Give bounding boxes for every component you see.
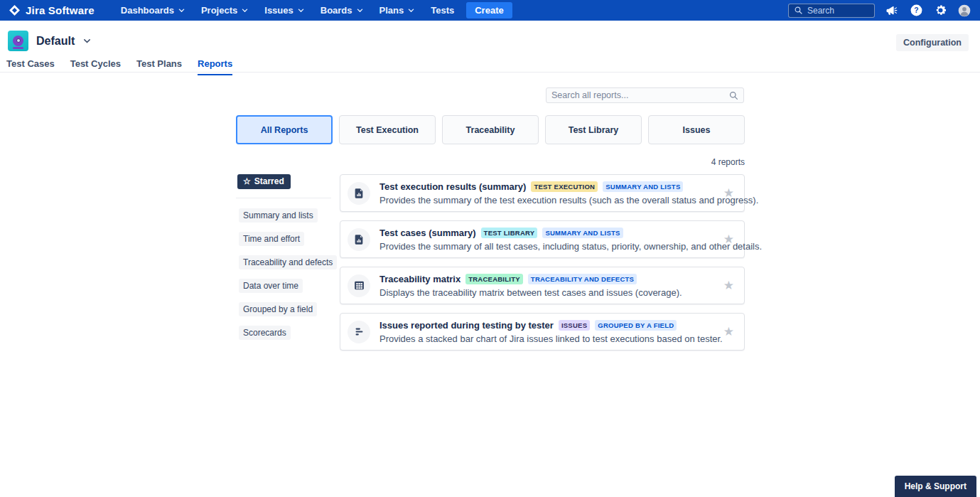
report-card-body: Issues reported during testing by tester… [379, 320, 715, 344]
nav-item-issues[interactable]: Issues [258, 2, 311, 18]
chevron-down-icon [241, 6, 249, 14]
project-tabs: Test CasesTest CyclesTest PlansReports [6, 58, 232, 75]
svg-text:?: ? [914, 6, 918, 14]
chevron-down-icon [356, 6, 364, 14]
report-badge: ISSUES [559, 320, 590, 331]
report-title: Test cases (summary) [379, 228, 476, 238]
announcements-megaphone-icon[interactable] [885, 4, 899, 18]
nav-item-label: Tests [431, 5, 454, 16]
nav-item-label: Boards [321, 5, 352, 16]
global-search-placeholder: Search [807, 6, 834, 16]
starred-label: Starred [254, 176, 284, 186]
chevron-down-icon [297, 6, 305, 14]
report-card-body: Traceability matrixTRACEABILITYTRACEABIL… [379, 274, 715, 298]
report-count: 4 reports [236, 157, 745, 167]
category-pill-traceability-and-defects[interactable]: Traceability and defects [239, 255, 337, 269]
report-badge: TRACEABILITY AND DEFECTS [528, 274, 637, 284]
filter-traceability[interactable]: Traceability [442, 115, 539, 144]
stacked-bars-icon [348, 321, 370, 343]
nav-item-label: Issues [264, 5, 293, 16]
report-card[interactable]: Traceability matrixTRACEABILITYTRACEABIL… [340, 267, 745, 304]
category-pill-list: Summary and listsTime and effortTraceabi… [236, 208, 331, 340]
filter-test-library[interactable]: Test Library [545, 115, 642, 144]
global-search-input[interactable]: Search [788, 4, 875, 18]
category-pill-time-and-effort[interactable]: Time and effort [239, 232, 304, 246]
report-search-field [546, 87, 744, 103]
tab-reports[interactable]: Reports [198, 58, 232, 75]
search-icon [795, 6, 802, 14]
search-icon [729, 91, 738, 100]
star-icon[interactable]: ★ [723, 279, 734, 292]
settings-gear-icon[interactable] [933, 4, 947, 18]
report-title: Issues reported during testing by tester [379, 320, 554, 331]
matrix-grid-icon [348, 274, 370, 297]
report-card[interactable]: Test cases (summary)TEST LIBRARYSUMMARY … [340, 220, 745, 258]
document-chart-icon [348, 182, 370, 205]
create-button[interactable]: Create [466, 2, 512, 18]
star-icon[interactable]: ★ [723, 326, 734, 338]
report-category-filters: All ReportsTest ExecutionTraceabilityTes… [236, 115, 745, 144]
configuration-button[interactable]: Configuration [896, 34, 969, 51]
nav-item-boards[interactable]: Boards [314, 2, 370, 18]
report-badge: TEST EXECUTION [531, 181, 598, 192]
project-name: Default [36, 35, 75, 48]
category-pill-scorecards[interactable]: Scorecards [239, 326, 291, 340]
nav-item-tests[interactable]: Tests [424, 2, 461, 18]
category-pill-data-over-time[interactable]: Data over time [239, 279, 303, 293]
tab-test-cycles[interactable]: Test Cycles [70, 58, 121, 75]
chevron-down-icon [407, 6, 415, 14]
top-navigation-bar: Jira Software DashboardsProjectsIssuesBo… [0, 0, 980, 21]
document-chart-icon [348, 228, 370, 251]
filter-all-reports[interactable]: All Reports [236, 115, 333, 144]
report-description: Provides a stacked bar chart of Jira iss… [379, 333, 715, 344]
report-card-body: Test cases (summary)TEST LIBRARYSUMMARY … [379, 228, 715, 252]
star-icon[interactable]: ★ [723, 187, 734, 199]
tab-test-cases[interactable]: Test Cases [6, 58, 55, 75]
report-card[interactable]: Test execution results (summary)TEST EXE… [340, 174, 745, 212]
user-avatar[interactable] [957, 4, 971, 18]
report-description: Provides the summary of the test executi… [379, 195, 715, 205]
project-avatar [8, 31, 28, 51]
filter-issues[interactable]: Issues [648, 115, 745, 144]
project-switcher[interactable]: Default [8, 31, 92, 51]
nav-item-dashboards[interactable]: Dashboards [114, 2, 192, 18]
nav-item-label: Projects [201, 5, 237, 16]
help-question-icon[interactable]: ? [909, 4, 923, 18]
brand-title: Jira Software [26, 4, 95, 16]
tab-test-plans[interactable]: Test Plans [136, 58, 182, 75]
nav-right-cluster: Search ? [788, 4, 980, 18]
chevron-down-icon [82, 36, 92, 46]
report-card-body: Test execution results (summary)TEST EXE… [379, 181, 715, 205]
report-card[interactable]: Issues reported during testing by tester… [340, 313, 745, 351]
report-search-input[interactable] [551, 90, 729, 100]
report-title: Traceability matrix [379, 274, 461, 284]
report-title: Test execution results (summary) [379, 181, 526, 192]
report-description: Provides the summary of all test cases, … [379, 241, 715, 252]
jira-logo[interactable]: Jira Software [0, 4, 104, 16]
report-badge: SUMMARY AND LISTS [542, 228, 623, 238]
report-badge: TEST LIBRARY [481, 228, 538, 238]
category-pill-grouped-by-a-field[interactable]: Grouped by a field [239, 302, 317, 316]
nav-menu: DashboardsProjectsIssuesBoardsPlansTests [114, 2, 461, 18]
star-icon[interactable]: ★ [723, 233, 734, 245]
report-badge: GROUPED BY A FIELD [595, 320, 677, 331]
star-outline-icon: ☆ [243, 176, 251, 186]
chevron-down-icon [178, 6, 185, 14]
help-support-button[interactable]: Help & Support [895, 476, 976, 497]
jira-diamond-icon [9, 4, 21, 16]
nav-item-label: Plans [379, 5, 404, 16]
starred-filter-button[interactable]: ☆ Starred [237, 174, 291, 189]
report-description: Displays the traceability matrix between… [379, 287, 715, 298]
filter-test-execution[interactable]: Test Execution [339, 115, 436, 144]
sidebar-divider [236, 198, 331, 198]
report-badge: TRACEABILITY [465, 274, 523, 284]
report-filter-sidebar: ☆ Starred Summary and listsTime and effo… [236, 174, 331, 349]
project-avatar-robot [13, 36, 23, 46]
nav-item-projects[interactable]: Projects [195, 2, 255, 18]
nav-item-plans[interactable]: Plans [373, 2, 422, 18]
tabs-divider [0, 72, 980, 73]
nav-item-label: Dashboards [121, 5, 174, 16]
report-card-list: Test execution results (summary)TEST EXE… [340, 174, 745, 351]
category-pill-summary-and-lists[interactable]: Summary and lists [239, 208, 318, 223]
report-badge: SUMMARY AND LISTS [603, 181, 683, 192]
